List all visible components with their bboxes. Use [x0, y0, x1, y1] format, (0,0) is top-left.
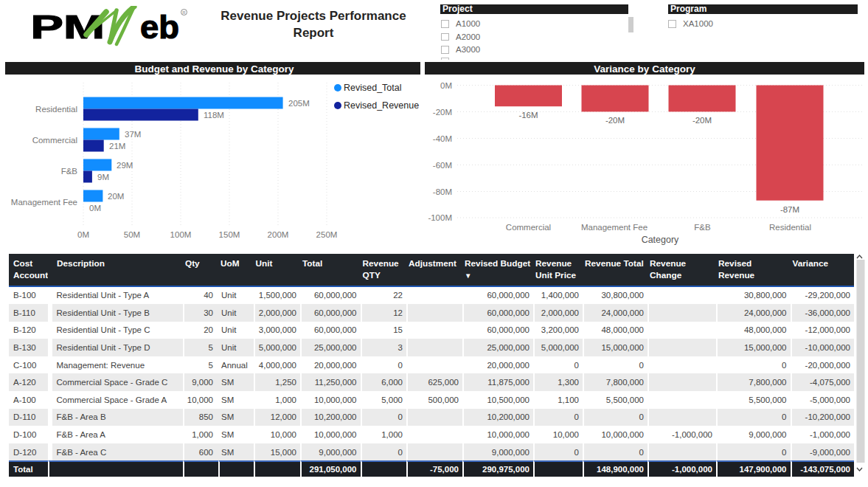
svg-text:9M: 9M	[97, 173, 109, 182]
svg-text:Management Fee: Management Fee	[11, 198, 77, 207]
svg-text:-40M: -40M	[433, 134, 452, 143]
svg-text:Revised_Total: Revised_Total	[344, 83, 402, 93]
svg-text:eb: eb	[140, 9, 179, 45]
svg-text:-16M: -16M	[518, 111, 538, 120]
svg-text:21M: 21M	[109, 142, 125, 151]
svg-text:Budget and Revenue by Category: Budget and Revenue by Category	[134, 63, 294, 75]
svg-text:-20M: -20M	[605, 116, 625, 125]
svg-text:Revised_Revenue: Revised_Revenue	[344, 100, 419, 111]
svg-text:0M: 0M	[440, 81, 452, 90]
svg-text:Commercial: Commercial	[32, 136, 77, 145]
svg-text:-100M: -100M	[428, 213, 452, 222]
svg-text:-60M: -60M	[433, 161, 452, 170]
svg-text:118M: 118M	[204, 111, 224, 120]
svg-text:205M: 205M	[288, 99, 310, 108]
svg-text:-87M: -87M	[780, 205, 799, 214]
svg-text:-20M: -20M	[692, 116, 712, 125]
svg-text:0M: 0M	[77, 230, 89, 239]
svg-text:37M: 37M	[125, 130, 141, 139]
svg-text:-20M: -20M	[433, 108, 452, 117]
svg-text:F&B: F&B	[61, 167, 78, 176]
svg-text:200M: 200M	[268, 230, 289, 239]
svg-text:Category: Category	[642, 235, 679, 245]
svg-text:20M: 20M	[108, 192, 124, 201]
svg-text:50M: 50M	[124, 230, 140, 239]
svg-text:150M: 150M	[219, 230, 240, 239]
svg-text:250M: 250M	[316, 230, 338, 239]
svg-text:29M: 29M	[117, 161, 133, 170]
svg-text:R: R	[182, 10, 186, 15]
svg-text:Commercial: Commercial	[506, 223, 551, 232]
svg-text:-80M: -80M	[433, 187, 452, 196]
svg-text:0M: 0M	[89, 204, 101, 213]
svg-text:Residential: Residential	[35, 105, 77, 114]
svg-text:Variance by Category: Variance by Category	[594, 63, 695, 75]
svg-text:Residential: Residential	[769, 223, 811, 232]
svg-text:Management Fee: Management Fee	[581, 223, 647, 232]
svg-text:F&B: F&B	[694, 223, 711, 232]
svg-text:100M: 100M	[170, 230, 192, 239]
